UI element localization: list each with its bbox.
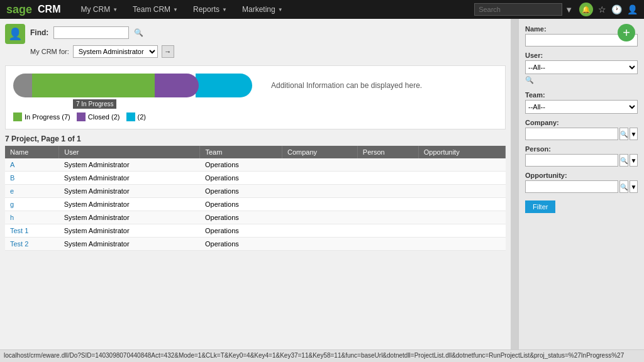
clock-icon[interactable]: 🕐 — [611, 4, 622, 14]
search-input[interactable] — [474, 3, 562, 16]
table-row: Test 2System AdministratorOperations — [5, 238, 506, 251]
project-name-link[interactable]: g — [5, 198, 59, 211]
table-row: eSystem AdministratorOperations — [5, 185, 506, 198]
find-search-icon[interactable]: 🔍 — [134, 28, 143, 37]
chart-additional-info: Additional Information can be displayed … — [271, 81, 422, 90]
project-cell — [357, 238, 418, 251]
filter-person-label: Person: — [525, 145, 638, 153]
project-cell — [282, 238, 358, 251]
project-name-link[interactable]: B — [5, 172, 59, 185]
filter-team-label: Team: — [525, 91, 638, 99]
project-cell — [357, 198, 418, 211]
logo-crm: CRM — [38, 4, 60, 15]
col-opportunity: Opportunity — [418, 146, 505, 158]
projects-count: 7 Project, Page 1 of 1 — [5, 134, 506, 143]
table-header: Name User Team Company Person Opportunit… — [5, 146, 506, 158]
project-cell: System Administrator — [59, 211, 200, 224]
nav-my-crm[interactable]: My CRM ▼ — [73, 0, 125, 19]
project-name-link[interactable]: Test 2 — [5, 238, 59, 251]
my-crm-arrow: ▼ — [113, 7, 118, 13]
user-search-icon[interactable]: 🔍 — [525, 76, 535, 86]
person-dropdown-icon[interactable]: ▼ — [630, 154, 638, 167]
project-cell — [282, 158, 358, 172]
legend-label-other: (2) — [138, 113, 146, 121]
project-name-link[interactable]: h — [5, 211, 59, 224]
filter-person-input[interactable] — [525, 154, 618, 167]
col-user: User — [59, 146, 200, 158]
opportunity-dropdown-icon[interactable]: ▼ — [630, 180, 638, 193]
logo-sage: sage — [6, 3, 32, 16]
nav-reports[interactable]: Reports ▼ — [186, 0, 235, 19]
project-name-link[interactable]: Test 1 — [5, 224, 59, 238]
mycrm-select[interactable]: System Administrator — [73, 45, 158, 58]
table-row: ASystem AdministratorOperations — [5, 158, 506, 172]
legend-in-progress: In Progress (7) — [13, 112, 70, 121]
nav-marketing[interactable]: Marketing ▼ — [235, 0, 291, 19]
filter-user-select[interactable]: --All-- — [525, 60, 638, 74]
legend-dot-cyan — [126, 112, 135, 121]
project-cell — [357, 172, 418, 185]
bar-green — [32, 74, 158, 97]
project-name-link[interactable]: A — [5, 158, 59, 172]
marketing-arrow: ▼ — [278, 7, 283, 13]
filter-opportunity-label: Opportunity: — [525, 172, 638, 179]
tooltip-badge: 7 In Progress — [73, 99, 116, 109]
project-name-link[interactable]: e — [5, 185, 59, 198]
bar-cyan — [196, 74, 252, 97]
find-input[interactable] — [53, 26, 129, 39]
opportunity-search-icon[interactable]: 🔍 — [619, 180, 628, 193]
scrollbar[interactable] — [511, 19, 518, 349]
mycrm-arrow-btn[interactable]: → — [162, 45, 174, 58]
logo: sage CRM — [6, 3, 60, 16]
col-team: Team — [200, 146, 282, 158]
filter-opportunity-row: Opportunity: 🔍 ▼ — [525, 172, 638, 193]
filter-company-input-group: 🔍 ▼ — [525, 128, 638, 140]
legend-label-closed: Closed (2) — [88, 113, 120, 121]
search-dropdown-icon[interactable]: ▼ — [565, 5, 573, 14]
col-company: Company — [282, 146, 358, 158]
legend-other: (2) — [126, 112, 146, 121]
add-button[interactable]: + — [618, 24, 635, 41]
user-avatar: 👤 — [5, 24, 25, 44]
table-row: Test 1System AdministratorOperations — [5, 224, 506, 238]
filter-company-row: Company: 🔍 ▼ — [525, 119, 638, 140]
filter-button[interactable]: Filter — [525, 200, 555, 213]
person-search-icon[interactable]: 🔍 — [619, 154, 628, 167]
project-cell: System Administrator — [59, 224, 200, 238]
col-person: Person — [357, 146, 418, 158]
nav-team-crm[interactable]: Team CRM ▼ — [125, 0, 186, 19]
project-cell — [418, 198, 505, 211]
project-cell: System Administrator — [59, 198, 200, 211]
project-cell: Operations — [200, 224, 282, 238]
project-cell — [418, 238, 505, 251]
project-cell — [282, 224, 358, 238]
filter-company-input[interactable] — [525, 128, 618, 140]
filter-team-select[interactable]: --All-- — [525, 100, 638, 114]
legend-closed: Closed (2) — [77, 112, 120, 121]
legend-dot-green — [13, 112, 22, 121]
star-icon[interactable]: ☆ — [598, 4, 606, 14]
project-cell: Operations — [200, 198, 282, 211]
user-icon[interactable]: 👤 — [627, 4, 638, 14]
company-dropdown-icon[interactable]: ▼ — [630, 128, 638, 140]
filter-person-row: Person: 🔍 ▼ — [525, 145, 638, 167]
project-cell — [418, 172, 505, 185]
filter-opportunity-input-group: 🔍 ▼ — [525, 180, 638, 193]
projects-table: Name User Team Company Person Opportunit… — [5, 146, 506, 251]
nav-icons: 🔔 ☆ 🕐 👤 — [579, 3, 638, 16]
table-row: gSystem AdministratorOperations — [5, 198, 506, 211]
table-row: hSystem AdministratorOperations — [5, 211, 506, 224]
project-cell — [357, 185, 418, 198]
project-cell: System Administrator — [59, 158, 200, 172]
project-cell — [418, 185, 505, 198]
filter-opportunity-input[interactable] — [525, 180, 618, 193]
company-search-icon[interactable]: 🔍 — [619, 128, 628, 140]
top-nav: sage CRM My CRM ▼ Team CRM ▼ Reports ▼ M… — [0, 0, 644, 19]
notification-bell-icon[interactable]: 🔔 — [579, 3, 593, 16]
col-name: Name — [5, 146, 59, 158]
project-cell — [357, 158, 418, 172]
filter-user-row: User: --All-- 🔍 — [525, 52, 638, 86]
reports-arrow: ▼ — [222, 7, 227, 13]
table-row: BSystem AdministratorOperations — [5, 172, 506, 185]
project-cell — [282, 198, 358, 211]
